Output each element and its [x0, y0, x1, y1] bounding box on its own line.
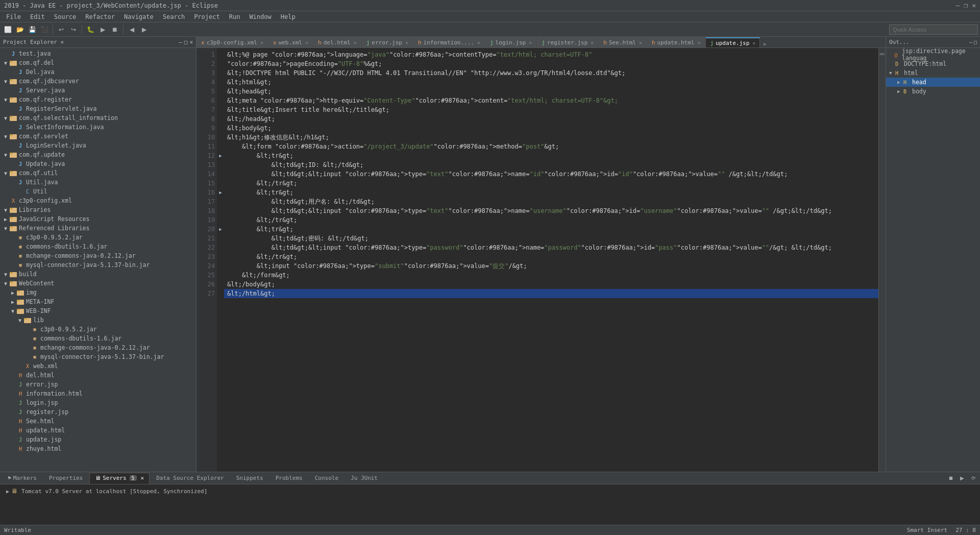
toolbar-stop[interactable]: ⏹ — [109, 24, 120, 35]
tree-item[interactable]: ▼WebContent — [0, 279, 196, 288]
tree-item[interactable]: ▼com.qf.util — [0, 168, 196, 178]
editor-scrollbar[interactable] — [878, 48, 886, 472]
outline-item-body[interactable]: ▶ B body — [886, 87, 980, 96]
tree-item[interactable]: CUtil — [0, 187, 196, 196]
minimize-button[interactable]: — — [956, 2, 960, 9]
menu-refactor[interactable]: Refactor — [81, 12, 119, 21]
explorer-close-icon[interactable]: ✕ — [189, 39, 193, 45]
code-line[interactable]: &lt;/head&gt; — [224, 114, 878, 124]
outline-item-directive[interactable]: @ jsp:directive.page languag — [886, 50, 980, 59]
fold-marker[interactable]: ▶ — [217, 188, 224, 197]
toolbar-debug[interactable]: 🐛 — [85, 24, 96, 35]
outline-maximize-icon[interactable]: □ — [974, 39, 977, 45]
tree-item[interactable]: HSee.html — [0, 417, 196, 426]
menu-help[interactable]: Help — [277, 12, 300, 21]
tab-information[interactable]: h information.... ✕ — [413, 37, 485, 47]
menu-source[interactable]: Source — [50, 12, 80, 21]
tree-item[interactable]: Hupdate.html — [0, 426, 196, 435]
code-line[interactable]: &lt;td&gt;&lt;input "color:#9876aa;">typ… — [224, 169, 878, 179]
tree-item[interactable]: Jtest.java — [0, 49, 196, 58]
bottom-tab-junit[interactable]: Ju JUnit — [345, 473, 383, 484]
tree-item[interactable]: ▼com.qf.jdbcserver — [0, 77, 196, 86]
tab-close-c3p0[interactable]: ✕ — [260, 40, 263, 45]
toolbar-prev[interactable]: ◀ — [126, 24, 137, 35]
menu-search[interactable]: Search — [159, 12, 189, 21]
toolbar-run[interactable]: ▶ — [97, 24, 108, 35]
code-line[interactable]: &lt;/tr&gt; — [224, 252, 878, 261]
code-line[interactable]: &lt;h1&gt;修改信息&lt;/h1&gt; — [224, 133, 878, 142]
code-line[interactable]: &lt;/html&gt; — [224, 289, 878, 298]
tree-item[interactable]: ▣commons-dbutils-1.6.jar — [0, 334, 196, 343]
code-line[interactable]: &lt;meta "color:#9876aa;">http-equiv="Co… — [224, 96, 878, 105]
tree-item[interactable]: ▼com.qf.register — [0, 95, 196, 104]
code-line[interactable]: &lt;head&gt; — [224, 87, 878, 96]
tree-item[interactable]: ▼com.qf.update — [0, 150, 196, 159]
code-line[interactable]: &lt;!DOCTYPE html PUBLIC "-//W3C//DTD HT… — [224, 68, 878, 78]
toolbar-redo[interactable]: ↪ — [68, 24, 79, 35]
tab-del-html[interactable]: h del.html ✕ — [313, 37, 361, 47]
tree-item[interactable]: ▣mchange-commons-java-0.2.12.jar — [0, 251, 196, 260]
tree-item[interactable]: ▣mysql-connector-java-5.1.37-bin.jar — [0, 260, 196, 270]
tab-update-jsp[interactable]: j update.jsp ✕ — [705, 37, 760, 47]
bottom-tab-console[interactable]: Console — [309, 473, 344, 484]
code-line[interactable]: &lt;title&gt;Insert title here&lt;/title… — [224, 105, 878, 114]
fold-marker[interactable]: ▶ — [217, 151, 224, 160]
tab-close-info[interactable]: ✕ — [477, 40, 480, 45]
menu-navigate[interactable]: Navigate — [120, 12, 158, 21]
tree-item[interactable]: ▼WEB-INF — [0, 306, 196, 315]
bottom-tab-servers[interactable]: 🖥 Servers 5 ✕ — [89, 473, 150, 484]
menu-run[interactable]: Run — [225, 12, 244, 21]
tree-item[interactable]: ▣mysql-connector-java-5.1.37-bin.jar — [0, 352, 196, 361]
menu-edit[interactable]: Edit — [26, 12, 49, 21]
server-tomcat[interactable]: ▶ 🖥 Tomcat v7.0 Server at localhost [Sto… — [4, 487, 976, 496]
toolbar-next[interactable]: ▶ — [138, 24, 150, 35]
tree-item[interactable]: ▼Referenced Libraries — [0, 224, 196, 233]
close-button[interactable]: ✕ — [972, 2, 976, 9]
fold-marker[interactable]: ▶ — [217, 225, 224, 234]
tree-item[interactable]: ▣mchange-commons-java-0.2.12.jar — [0, 343, 196, 352]
code-line[interactable]: "color:#9876aa;">pageEncoding="UTF-8"%&g… — [224, 59, 878, 68]
tree-item[interactable]: ▣c3p0-0.9.5.2.jar — [0, 233, 196, 242]
tab-error-jsp[interactable]: j error.jsp ✕ — [362, 37, 413, 47]
tree-item[interactable]: ▼com.qf.del — [0, 58, 196, 67]
code-line[interactable]: &lt;/body&gt; — [224, 280, 878, 289]
code-content[interactable]: &lt;%@ page "color:#9876aa;">language="j… — [224, 48, 878, 472]
code-line[interactable]: &lt;/tr&gt; — [224, 179, 878, 188]
bottom-toolbar-btn-3[interactable]: ⟳ — [969, 474, 978, 483]
tree-item[interactable]: Hdel.html — [0, 371, 196, 380]
tree-item[interactable]: JServer.java — [0, 86, 196, 95]
tab-close-see[interactable]: ✕ — [639, 40, 642, 45]
tree-item[interactable]: Jlogin.jsp — [0, 398, 196, 407]
servers-close-icon[interactable]: ✕ — [141, 475, 144, 481]
bottom-tab-problems[interactable]: Problems — [270, 473, 308, 484]
code-line[interactable]: &lt;tr&gt; — [224, 188, 878, 197]
tree-item[interactable]: ▣commons-dbutils-1.6.jar — [0, 242, 196, 251]
tab-close-del[interactable]: ✕ — [354, 40, 357, 45]
tree-item[interactable]: ▼com.qf.servlet — [0, 132, 196, 141]
menu-window[interactable]: Window — [245, 12, 275, 21]
tab-close-error[interactable]: ✕ — [405, 40, 408, 45]
bottom-toolbar-btn-1[interactable]: ⏹ — [946, 474, 955, 483]
tree-item[interactable]: JSelectInformation.java — [0, 123, 196, 132]
code-line[interactable]: &lt;td&gt;&lt;input "color:#9876aa;">typ… — [224, 206, 878, 215]
tab-login-jsp[interactable]: j login.jsp ✕ — [485, 37, 536, 47]
tree-item[interactable]: Jerror.jsp — [0, 380, 196, 389]
code-line[interactable]: &lt;body&gt; — [224, 124, 878, 133]
tree-item[interactable]: Jregister.jsp — [0, 407, 196, 417]
tree-item[interactable]: Hinformation.html — [0, 389, 196, 398]
outline-item-head[interactable]: ▶ H head — [886, 78, 980, 87]
code-line[interactable]: &lt;html&gt; — [224, 78, 878, 87]
tab-close-update-jsp[interactable]: ✕ — [752, 40, 755, 46]
tree-item[interactable]: ▼build — [0, 270, 196, 279]
code-line[interactable]: &lt;td&gt;ID: &lt;/td&gt; — [224, 160, 878, 169]
outline-minimize-icon[interactable]: — — [969, 39, 972, 45]
tab-register-jsp[interactable]: j register.jsp ✕ — [537, 37, 598, 47]
tab-close-webxml[interactable]: ✕ — [305, 40, 308, 45]
bottom-toolbar-btn-2[interactable]: ▶ — [958, 474, 967, 483]
outline-item-html[interactable]: ▼ H html — [886, 68, 980, 78]
tree-item[interactable]: ▼com.qf.selectall_information — [0, 113, 196, 123]
tree-item[interactable]: Xc3p0-config.xml — [0, 196, 196, 205]
tree-item[interactable]: Jupdate.jsp — [0, 435, 196, 444]
bottom-tab-datasource[interactable]: Data Source Explorer — [151, 473, 229, 484]
explorer-minimize-icon[interactable]: — — [179, 39, 182, 45]
